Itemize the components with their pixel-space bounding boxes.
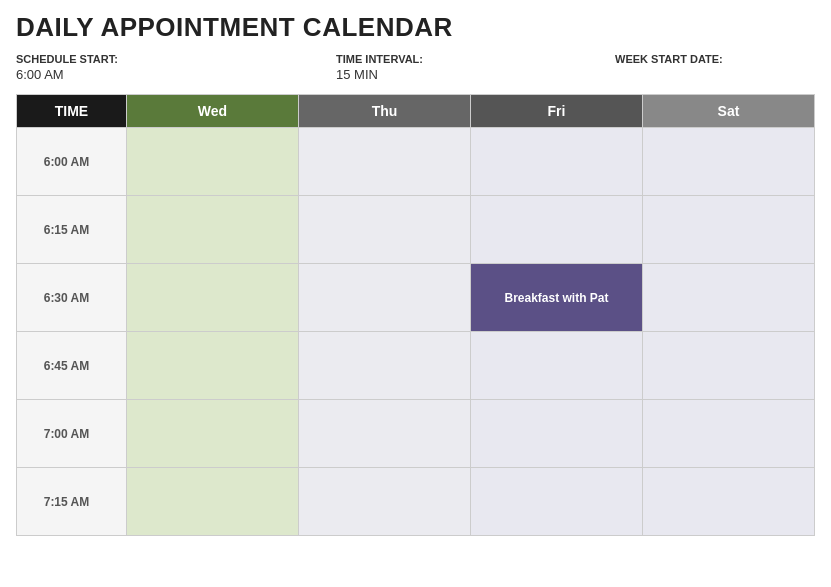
fri-cell-row-5 [471, 468, 643, 536]
table-row: 7:00 AM [17, 400, 815, 468]
col-header-time: TIME [17, 95, 127, 128]
meta-row: SCHEDULE START: 6:00 AM TIME INTERVAL: 1… [16, 53, 815, 82]
wed-cell-row-4 [127, 400, 299, 468]
time-cell: 7:15 AM [17, 468, 127, 536]
table-header-row: TIME Wed Thu Fri Sat [17, 95, 815, 128]
thu-cell-row-3 [299, 332, 471, 400]
table-row: 6:30 AMBreakfast with Pat [17, 264, 815, 332]
wed-cell-row-0 [127, 128, 299, 196]
table-row: 6:15 AM [17, 196, 815, 264]
wed-cell-row-1 [127, 196, 299, 264]
sat-cell-row-5 [643, 468, 815, 536]
table-row: 6:45 AM [17, 332, 815, 400]
fri-cell-row-4 [471, 400, 643, 468]
thu-cell-row-4 [299, 400, 471, 468]
time-cell: 6:00 AM [17, 128, 127, 196]
sat-cell-row-1 [643, 196, 815, 264]
sat-cell-row-2 [643, 264, 815, 332]
time-interval-value: 15 MIN [336, 67, 536, 82]
wed-cell-row-3 [127, 332, 299, 400]
fri-cell-row-0 [471, 128, 643, 196]
week-start-date-block: WEEK START DATE: [615, 53, 815, 67]
fri-cell-row-2: Breakfast with Pat [471, 264, 643, 332]
thu-cell-row-5 [299, 468, 471, 536]
time-cell: 6:30 AM [17, 264, 127, 332]
time-cell: 6:45 AM [17, 332, 127, 400]
week-start-date-label: WEEK START DATE: [615, 53, 815, 65]
schedule-start-block: SCHEDULE START: 6:00 AM [16, 53, 216, 82]
time-interval-label: TIME INTERVAL: [336, 53, 536, 65]
thu-cell-row-1 [299, 196, 471, 264]
col-header-sat: Sat [643, 95, 815, 128]
schedule-start-value: 6:00 AM [16, 67, 216, 82]
schedule-start-label: SCHEDULE START: [16, 53, 216, 65]
wed-cell-row-2 [127, 264, 299, 332]
table-row: 7:15 AM [17, 468, 815, 536]
sat-cell-row-0 [643, 128, 815, 196]
time-cell: 6:15 AM [17, 196, 127, 264]
col-header-fri: Fri [471, 95, 643, 128]
sat-cell-row-3 [643, 332, 815, 400]
time-cell: 7:00 AM [17, 400, 127, 468]
calendar-table: TIME Wed Thu Fri Sat 6:00 AM6:15 AM6:30 … [16, 94, 815, 536]
time-interval-block: TIME INTERVAL: 15 MIN [336, 53, 536, 82]
fri-cell-row-1 [471, 196, 643, 264]
col-header-wed: Wed [127, 95, 299, 128]
fri-cell-row-3 [471, 332, 643, 400]
page-title: DAILY APPOINTMENT CALENDAR [16, 12, 815, 43]
col-header-thu: Thu [299, 95, 471, 128]
thu-cell-row-0 [299, 128, 471, 196]
thu-cell-row-2 [299, 264, 471, 332]
wed-cell-row-5 [127, 468, 299, 536]
sat-cell-row-4 [643, 400, 815, 468]
table-row: 6:00 AM [17, 128, 815, 196]
